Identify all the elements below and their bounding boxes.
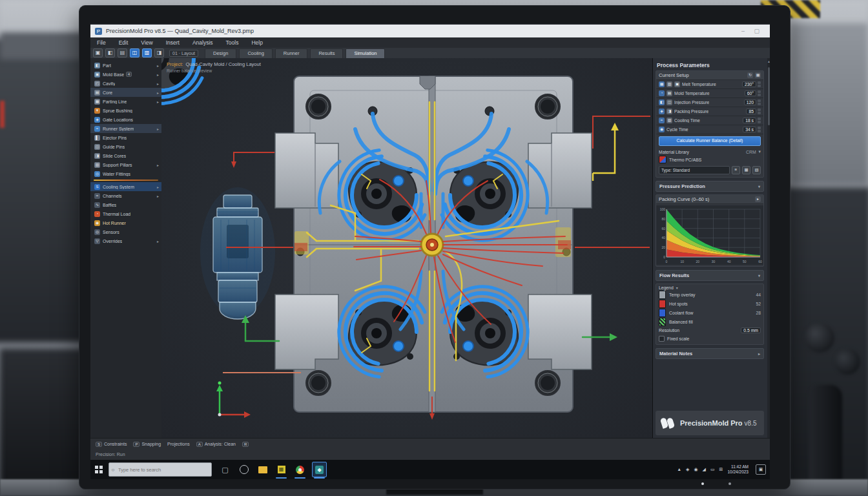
param-value[interactable]: 230° [742, 81, 756, 87]
value-stepper[interactable] [758, 108, 761, 114]
setup-header-icon-0[interactable]: ↻ [747, 72, 753, 78]
param-value[interactable]: 60° [745, 90, 756, 96]
view-shaded-button[interactable]: ◫ [130, 48, 140, 57]
spreadsheet-app-button[interactable]: ▦ [274, 462, 288, 477]
expand-arrow-icon[interactable]: ▸ [157, 239, 159, 243]
tree-item-core[interactable]: ▤ Core ▸ [90, 88, 161, 97]
fixed-scale-checkbox[interactable] [659, 336, 665, 342]
value-stepper[interactable] [758, 127, 761, 132]
value-stepper[interactable] [758, 99, 761, 105]
status-chip[interactable]: P Snapping [133, 442, 161, 447]
tree-item-slide-cores[interactable]: ◨ Slide Cores [90, 151, 161, 160]
tree-item-guide-pins[interactable]: ◫ Guide Pins [90, 142, 161, 151]
tree-item-water-fittings[interactable]: ◎ Water Fittings [90, 169, 161, 178]
file-explorer-button[interactable] [256, 462, 269, 477]
menu-insert[interactable]: Insert [160, 39, 186, 46]
tree-item-sprue-bushing[interactable]: ▼ Sprue Bushing [90, 106, 161, 115]
value-stepper[interactable] [758, 90, 761, 96]
tray-expand-icon[interactable]: ▲ [677, 467, 681, 472]
network-tray-icon[interactable]: ◢ [703, 467, 706, 472]
grade-button-2[interactable]: ▧ [752, 166, 761, 174]
search-input[interactable] [117, 466, 203, 473]
tree-item-runner-system[interactable]: ≈ Runner System ▸ [90, 124, 161, 133]
tree-item-cooling-system[interactable]: S Cooling System ▸ [90, 182, 161, 191]
language-tray-icon[interactable]: ⊞ [719, 467, 723, 472]
menu-file[interactable]: File [90, 39, 112, 46]
param-value[interactable]: 34 s [743, 127, 756, 132]
battery-tray-icon[interactable]: ▭ [710, 467, 715, 472]
calculate-balance-button[interactable]: Calculate Runner Balance (Detail) [659, 136, 761, 146]
legend-row-balanced-fill[interactable]: Balanced fill [656, 317, 763, 326]
param-value[interactable]: 85 [746, 108, 756, 114]
tab-simulation[interactable]: Simulation [346, 48, 385, 58]
save-button[interactable]: ▤ [118, 48, 127, 57]
cortana-button[interactable] [237, 462, 251, 477]
expand-arrow-icon[interactable]: ▸ [157, 90, 159, 95]
status-chip[interactable]: Projections [167, 442, 190, 446]
expand-arrow-icon[interactable]: ▸ [157, 185, 159, 189]
setup-header-icon-1[interactable]: ▦ [755, 72, 761, 78]
browser-button[interactable] [293, 462, 307, 477]
task-view-button[interactable]: ▢ [218, 462, 232, 477]
taskbar-search[interactable]: ○ [108, 462, 212, 477]
status-chip[interactable]: A Analysis: Clean [196, 442, 236, 447]
expand-arrow-icon[interactable]: ▸ [157, 72, 159, 77]
expand-arrow-icon[interactable]: ▸ [157, 63, 159, 68]
pressure-prediction-header[interactable]: Pressure Prediction ▾ [656, 181, 764, 192]
tab-runner[interactable]: Runner [275, 48, 308, 58]
tree-item-baffles[interactable]: ∿ Baffles [90, 200, 161, 209]
legend-row-hot-spots[interactable]: Hot spots 52 [656, 299, 763, 308]
expand-arrow-icon[interactable]: ▸ [157, 194, 159, 198]
tree-item-support-pillars[interactable]: ▥ Support Pillars ▸ [90, 160, 161, 169]
start-button[interactable] [90, 460, 107, 479]
tree-item-part[interactable]: ◧ Part ▸ [90, 61, 161, 70]
grade-button-1[interactable]: ▦ [742, 166, 750, 174]
viewport-canvas[interactable]: Project:Quad-Cavity Mold / Cooling Layou… [161, 58, 652, 438]
menu-analysis[interactable]: Analysis [186, 39, 220, 46]
legend-row-temp-overlay[interactable]: Temp overlay 44 [656, 290, 763, 299]
status-chip[interactable]: R [242, 442, 249, 447]
menu-edit[interactable]: Edit [112, 39, 135, 46]
material-grade-field[interactable]: Type: Standard [659, 166, 730, 174]
legend-row-coolant-flow[interactable]: Coolant flow 28 [656, 308, 763, 317]
param-value[interactable]: 120 [744, 99, 756, 105]
tree-item-cavity[interactable]: ◰ Cavity ▸ [90, 79, 161, 88]
tree-item-sensors[interactable]: ◎ Sensors [90, 227, 161, 236]
tree-item-parting-line[interactable]: ▦ Parting Line ▸ [90, 97, 161, 106]
grade-button-0[interactable]: ≡ [732, 166, 740, 174]
measure-button[interactable]: ◨ [154, 48, 164, 57]
menu-tools[interactable]: Tools [220, 39, 245, 46]
cad-app-button[interactable]: ◆ [312, 462, 327, 477]
legend-caret-icon[interactable]: ▾ [676, 285, 678, 290]
tree-item-ejector-pins[interactable]: ▌ Ejector Pins [90, 133, 161, 142]
action-center-icon[interactable]: ▣ [756, 464, 766, 475]
expand-arrow-icon[interactable]: ▸ [157, 127, 159, 131]
resolution-value[interactable]: 0.5 mm [741, 327, 761, 333]
param-value[interactable]: 18 s [743, 118, 756, 123]
tree-item-mold-base[interactable]: ▣ Mold Base 4 ▸ [90, 70, 161, 79]
chart-play-icon[interactable]: ▸ [755, 196, 761, 202]
expand-arrow-icon[interactable]: ▸ [157, 99, 159, 104]
flow-results-header[interactable]: Flow Results ▾ [656, 270, 764, 281]
tab-results[interactable]: Results [310, 48, 343, 58]
material-notes-header[interactable]: Material Notes ▸ [656, 348, 764, 359]
window-controls[interactable]: – ▢ [741, 28, 763, 34]
material-caret-icon[interactable]: ▾ [759, 149, 761, 154]
tree-item-thermal-load[interactable]: ◔ Thermal Load [90, 209, 161, 218]
scroll-up-icon[interactable]: ▲ [767, 59, 770, 63]
security-tray-icon[interactable]: ◈ [686, 467, 689, 472]
tree-item-gate-locations[interactable]: ◈ Gate Locations [90, 115, 161, 124]
menu-view[interactable]: View [134, 39, 159, 46]
value-stepper[interactable] [758, 81, 761, 87]
volume-tray-icon[interactable]: ◉ [694, 467, 698, 472]
panel-scrollbar[interactable]: ▲ [767, 58, 770, 438]
expand-arrow-icon[interactable]: ▸ [157, 81, 159, 86]
view-section-button[interactable]: ▥ [142, 48, 152, 57]
menu-help[interactable]: Help [245, 39, 269, 46]
open-file-button[interactable]: ◧ [105, 48, 115, 57]
tab-design[interactable]: Design [205, 48, 236, 58]
taskbar-clock[interactable]: 11:42 AM 10/24/2023 [727, 464, 749, 475]
tree-item-hot-runner[interactable]: ◉ Hot Runner [90, 218, 161, 227]
expand-arrow-icon[interactable]: ▸ [157, 163, 159, 167]
status-chip[interactable]: S Constraints [96, 442, 127, 447]
